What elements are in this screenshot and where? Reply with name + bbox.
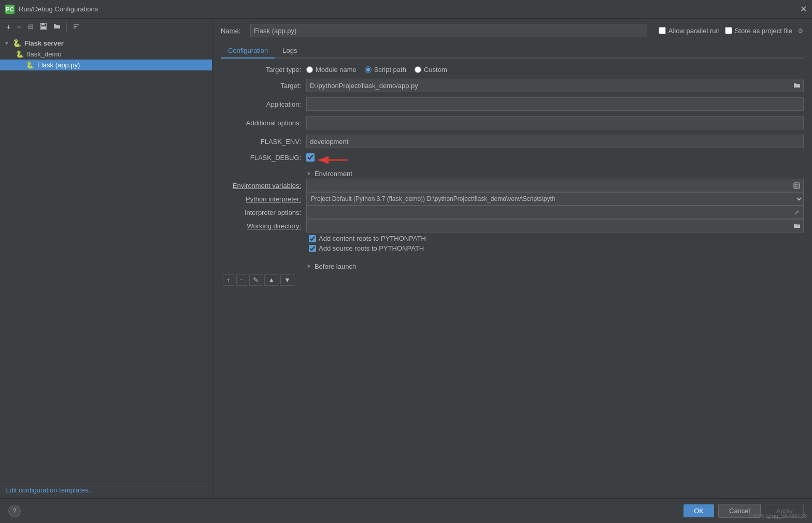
application-label: Application: [221, 100, 301, 108]
tree-item-flask-demo[interactable]: 🐍 flask_demo [0, 49, 212, 60]
env-vars-label: Environment variables: [221, 182, 301, 190]
before-launch-toolbar: + − ✎ ▲ ▼ [221, 274, 804, 286]
script-path-radio[interactable] [365, 66, 372, 73]
flask-app-label: Flask (app.py) [37, 61, 80, 69]
script-path-radio-label[interactable]: Script path [365, 66, 406, 74]
python-interpreter-container: Project Default (Python 3.7 (flask_demo)… [306, 192, 804, 206]
configurations-tree: ▼ 🐍 Flask server 🐍 flask_demo 🐍 Flask (a… [0, 35, 212, 482]
flask-env-row: FLASK_ENV: [221, 135, 804, 148]
header-options: Allow parallel run Store as project file… [659, 27, 804, 35]
store-as-project-file-checkbox[interactable] [725, 27, 732, 34]
tree-item-flask-server[interactable]: ▼ 🐍 Flask server [0, 37, 212, 49]
target-type-row: Target type: Module name Script path Cus… [221, 66, 804, 74]
flask-env-input[interactable] [306, 135, 804, 148]
before-launch-edit-button[interactable]: ✎ [249, 274, 262, 286]
target-row: Target: [221, 79, 804, 92]
working-directory-row: Working directory: [221, 219, 804, 233]
target-label: Target: [221, 82, 301, 90]
add-source-roots-label[interactable]: Add source roots to PYTHONPATH [309, 244, 424, 252]
left-bottom: Edit configuration templates... [0, 482, 212, 498]
gear-icon: ⚙ [797, 27, 804, 35]
application-input[interactable] [306, 97, 804, 111]
application-row: Application: [221, 97, 804, 111]
interpreter-options-input-container: ⤢ [306, 206, 804, 219]
name-input[interactable] [250, 24, 647, 37]
custom-radio-label[interactable]: Custom [415, 66, 447, 74]
add-content-roots-checkbox[interactable] [309, 235, 316, 242]
working-dir-label: Working directory: [221, 222, 301, 230]
flask-env-label: FLASK_ENV: [221, 138, 301, 146]
svg-rect-8 [794, 183, 800, 188]
env-vars-table-button[interactable] [790, 179, 804, 192]
sort-config-button[interactable] [70, 22, 82, 32]
tab-logs[interactable]: Logs [275, 43, 304, 59]
before-launch-header-row: ▼ Before launch [221, 262, 804, 271]
before-launch-up-button[interactable]: ▲ [264, 274, 278, 286]
custom-radio[interactable] [415, 66, 421, 73]
module-name-radio[interactable] [306, 66, 313, 73]
ok-button[interactable]: OK [683, 504, 714, 517]
edit-templates-link[interactable]: Edit configuration templates... [5, 486, 94, 494]
toolbar-separator [66, 22, 67, 32]
remove-config-button[interactable]: − [15, 22, 24, 32]
watermark: CSDN @qq_54743738 [748, 513, 807, 519]
python-interpreter-row: Python interpreter: Project Default (Pyt… [221, 192, 804, 206]
env-vars-input[interactable] [306, 179, 790, 192]
folder-config-button[interactable] [51, 22, 63, 32]
tree-item-flask-app-py[interactable]: 🐍 Flask (app.py) [0, 60, 212, 70]
interpreter-options-input[interactable] [306, 206, 790, 219]
before-launch-down-button[interactable]: ▼ [280, 274, 294, 286]
close-button[interactable]: ✕ [800, 5, 807, 13]
title-bar-left: PC Run/Debug Configurations [5, 5, 98, 14]
bottom-bar: ? OK Cancel Apply [0, 498, 812, 523]
target-type-label: Target type: [221, 66, 301, 74]
title-bar: PC Run/Debug Configurations ✕ [0, 0, 812, 19]
before-launch-section: ▼ Before launch + − ✎ ▲ ▼ [221, 262, 804, 286]
copy-config-button[interactable]: ⊟ [26, 22, 36, 31]
interpreter-options-expand-button[interactable]: ⤢ [790, 206, 804, 219]
before-launch-remove-button[interactable]: − [236, 274, 248, 286]
before-launch-section-header[interactable]: ▼ Before launch [306, 262, 356, 271]
working-dir-input[interactable] [306, 219, 790, 233]
target-folder-button[interactable] [790, 79, 804, 92]
right-panel: Name: Allow parallel run Store as projec… [212, 19, 812, 498]
before-launch-add-button[interactable]: + [223, 274, 234, 286]
environment-section-header[interactable]: ▼ Environment [306, 169, 352, 179]
store-as-project-file-label[interactable]: Store as project file [725, 27, 792, 35]
app-icon: PC [5, 5, 15, 14]
additional-options-input[interactable] [306, 116, 804, 129]
environment-section-label: Environment [315, 170, 352, 178]
configurations-toolbar: + − ⊟ [0, 19, 212, 35]
save-config-button[interactable] [38, 22, 49, 32]
flask-server-chevron: ▼ [4, 40, 9, 46]
environment-variables-row: Environment variables: [221, 179, 804, 192]
flask-demo-label: flask_demo [27, 50, 61, 58]
main-content: + − ⊟ [0, 19, 812, 498]
flask-debug-checkbox[interactable] [306, 153, 315, 162]
flask-demo-icon: 🐍 [16, 50, 24, 58]
flask-server-label: Flask server [24, 39, 64, 47]
environment-section: ▼ Environment Environment variables: [221, 169, 804, 252]
name-row: Name: Allow parallel run Store as projec… [221, 24, 804, 37]
svg-rect-2 [41, 26, 46, 29]
target-input[interactable] [306, 79, 790, 92]
python-interpreter-label: Python interpreter: [221, 195, 301, 203]
flask-server-icon: 🐍 [12, 39, 21, 47]
tabs-row: Configuration Logs [221, 43, 804, 59]
tab-configuration[interactable]: Configuration [221, 43, 275, 59]
add-source-roots-checkbox[interactable] [309, 245, 316, 252]
add-config-button[interactable]: + [4, 22, 13, 32]
before-launch-chevron-icon: ▼ [306, 264, 311, 269]
help-button[interactable]: ? [8, 505, 21, 517]
allow-parallel-run-label[interactable]: Allow parallel run [659, 27, 720, 35]
allow-parallel-run-checkbox[interactable] [659, 27, 666, 34]
working-dir-folder-button[interactable] [790, 219, 804, 233]
flask-app-icon: 🐍 [26, 61, 34, 69]
dialog-title: Run/Debug Configurations [19, 5, 98, 13]
flask-debug-row: FLASK_DEBUG: [221, 153, 804, 162]
left-panel: + − ⊟ [0, 19, 212, 498]
add-content-roots-label[interactable]: Add content roots to PYTHONPATH [309, 235, 426, 242]
python-interpreter-select[interactable]: Project Default (Python 3.7 (flask_demo)… [306, 192, 804, 206]
module-name-radio-label[interactable]: Module name [306, 66, 357, 74]
add-content-roots-row: Add content roots to PYTHONPATH [221, 235, 804, 242]
